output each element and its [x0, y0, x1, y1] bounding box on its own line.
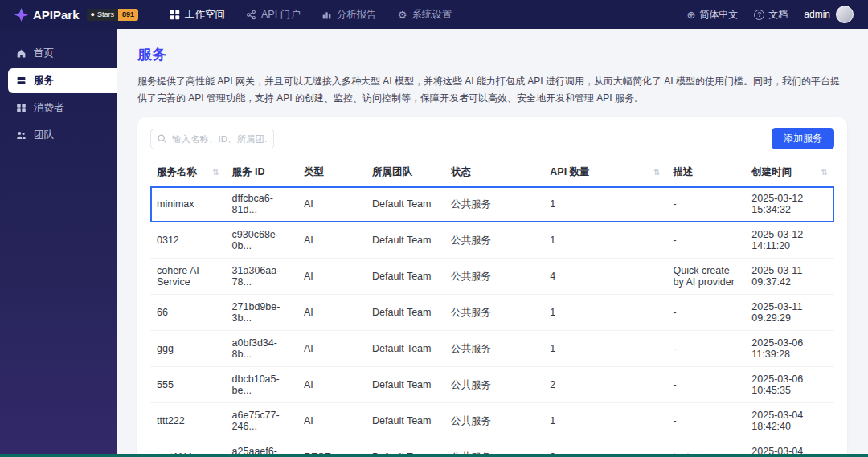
table-body: minimaxdffcbca6-81d...AIDefault Team公共服务… — [150, 186, 834, 455]
api-portal-icon — [246, 10, 256, 20]
table-cell: 2025-03-12 15:34:32 — [745, 186, 834, 222]
table-cell: test — [666, 439, 745, 455]
table-cell: ggg — [150, 331, 226, 367]
stars-count: 891 — [118, 9, 138, 21]
gear-icon: ⚙ — [398, 10, 407, 20]
table-cell: Default Team — [366, 259, 444, 295]
column-header-service-name[interactable]: 服务名称 ⇅ — [150, 159, 226, 186]
table-cell: 1 — [543, 222, 666, 259]
table-cell: 2025-03-06 11:39:28 — [745, 331, 834, 367]
table-cell: tttt222 — [150, 403, 226, 439]
table-cell: 66 — [150, 295, 226, 331]
docs-label: 文档 — [768, 8, 788, 22]
search-input[interactable] — [150, 129, 274, 149]
language-switcher[interactable]: ⊕ 简体中文 — [686, 8, 738, 22]
table-row[interactable]: 555dbcb10a5-be...AIDefault Team公共服务2-202… — [150, 367, 834, 403]
workspace-icon — [170, 10, 180, 20]
sidebar-item-teams-label: 团队 — [34, 129, 54, 142]
main-content: 服务 服务提供了高性能 API 网关，并且可以无缝接入多种大型 AI 模型，并将… — [117, 29, 868, 454]
page-description: 服务提供了高性能 API 网关，并且可以无缝接入多种大型 AI 模型，并将这些 … — [137, 73, 847, 107]
table-cell: a0bf3d34-8b... — [226, 331, 297, 367]
table-cell: 1 — [543, 331, 666, 367]
table-cell: - — [666, 403, 745, 439]
nav-workspace-label: 工作空间 — [185, 8, 225, 22]
table-cell: 公共服务 — [444, 295, 543, 331]
table-row[interactable]: tttt222a6e75c77-246...AIDefault Team公共服务… — [150, 403, 834, 439]
table-cell: Default Team — [366, 403, 444, 439]
table-cell: dbcb10a5-be... — [226, 367, 297, 403]
app-logo[interactable]: APIPark — [14, 8, 80, 22]
column-header-api-count[interactable]: API 数量 ⇅ — [543, 159, 666, 186]
table-cell: a25aaef6-c68... — [226, 439, 297, 455]
nav-api-portal-label: API 门户 — [261, 8, 301, 22]
sidebar-item-consumers-label: 消费者 — [34, 101, 64, 115]
table-cell: 2025-03-04 18:40:42 — [745, 439, 834, 455]
table-cell: 公共服务 — [444, 222, 543, 259]
sidebar-item-consumers[interactable]: 消费者 — [8, 96, 117, 120]
user-menu[interactable]: admin — [804, 6, 854, 23]
nav-api-portal[interactable]: API 门户 — [235, 0, 311, 29]
table-cell: 1 — [543, 186, 666, 222]
nav-analytics[interactable]: 分析报告 — [311, 0, 387, 29]
table-row[interactable]: test1111a25aaef6-c68...RESTDefault Team公… — [150, 439, 834, 455]
add-service-button[interactable]: 添加服务 — [772, 128, 834, 149]
services-icon — [16, 75, 27, 86]
table-cell: AI — [297, 403, 366, 439]
table-cell: 公共服务 — [444, 331, 543, 367]
services-card: 添加服务 服务名称 ⇅ 服务 ID 类型 — [137, 117, 847, 454]
table-cell: AI — [297, 367, 366, 403]
topbar-right: ⊕ 简体中文 ? 文档 admin — [686, 6, 854, 23]
topbar: APIPark ● Stars 891 工作空间 API 门户 — [0, 0, 868, 29]
table-cell: REST — [297, 439, 366, 455]
table-row[interactable]: 66271bd9be-3b...AIDefault Team公共服务1-2025… — [150, 295, 834, 331]
github-icon: ● — [91, 11, 95, 18]
table-row[interactable]: cohere AI Service31a306aa-78...AIDefault… — [150, 259, 834, 295]
table-cell: a6e75c77-246... — [226, 403, 297, 439]
sidebar-item-home-label: 首页 — [34, 47, 54, 60]
table-cell: 公共服务 — [444, 439, 543, 455]
table-cell: AI — [297, 295, 366, 331]
table-cell: minimax — [150, 186, 226, 222]
stars-label: Stars — [97, 11, 114, 18]
table-cell: test1111 — [150, 439, 226, 455]
table-row[interactable]: 0312c930c68e-0b...AIDefault Team公共服务1-20… — [150, 222, 834, 259]
sidebar-item-home[interactable]: 首页 — [8, 41, 117, 66]
sidebar-item-teams[interactable]: 团队 — [8, 123, 117, 148]
column-header-status: 状态 — [444, 159, 543, 186]
table-row[interactable]: minimaxdffcbca6-81d...AIDefault Team公共服务… — [150, 186, 834, 222]
help-icon: ? — [754, 10, 764, 20]
language-label: 简体中文 — [699, 8, 738, 22]
table-cell: 2 — [543, 367, 666, 403]
table-cell: - — [666, 295, 745, 331]
table-header-row: 服务名称 ⇅ 服务 ID 类型 所属团队 状态 — [150, 159, 834, 186]
sidebar-item-services[interactable]: 服务 — [8, 68, 117, 93]
teams-icon — [16, 130, 27, 141]
home-icon — [16, 48, 27, 59]
bottom-strip — [0, 454, 868, 457]
docs-link[interactable]: ? 文档 — [754, 8, 788, 22]
table-cell: Default Team — [366, 222, 444, 259]
table-cell: cohere AI Service — [150, 259, 226, 295]
services-table: 服务名称 ⇅ 服务 ID 类型 所属团队 状态 — [150, 159, 834, 454]
consumers-icon — [16, 103, 27, 113]
table-cell: 31a306aa-78... — [226, 259, 297, 295]
toolbar: 添加服务 — [150, 128, 834, 149]
table-row[interactable]: ggga0bf3d34-8b...AIDefault Team公共服务1-202… — [150, 331, 834, 367]
github-stars-badge[interactable]: ● Stars 891 — [87, 9, 138, 21]
nav-system-settings[interactable]: ⚙ 系统设置 — [387, 0, 463, 29]
table-cell: 1 — [543, 403, 666, 439]
table-cell: c930c68e-0b... — [226, 222, 297, 259]
top-navigation: 工作空间 API 门户 分析报告 ⚙ 系统设置 — [159, 0, 462, 29]
table-cell: AI — [297, 186, 366, 222]
table-cell: 公共服务 — [444, 367, 543, 403]
sort-icon[interactable]: ⇅ — [649, 168, 660, 177]
table-cell: - — [666, 367, 745, 403]
sort-icon[interactable]: ⇅ — [207, 168, 219, 177]
nav-workspace[interactable]: 工作空间 — [159, 0, 235, 29]
column-header-created-at[interactable]: 创建时间 ⇅ — [745, 159, 834, 186]
table-cell: 271bd9be-3b... — [226, 295, 297, 331]
sort-icon[interactable]: ⇅ — [817, 168, 828, 177]
table-cell: Default Team — [366, 186, 444, 222]
username: admin — [804, 9, 830, 20]
table-cell: 2025-03-04 18:42:40 — [745, 403, 834, 439]
